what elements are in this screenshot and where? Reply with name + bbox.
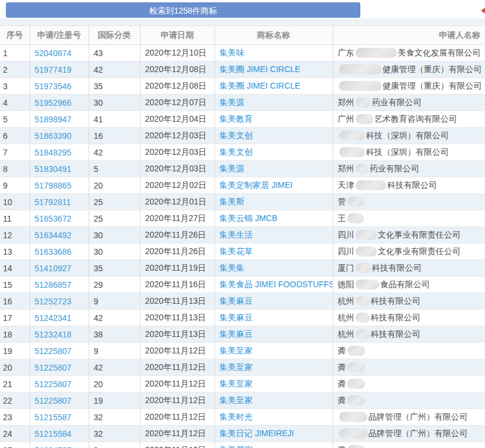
applicant-name-prefix: 四川 [338,246,354,256]
trademark-name-link[interactable]: 集美居家 [220,445,253,448]
registration-number-cell: 51410927 [30,260,89,277]
registration-number-link[interactable]: 51215584 [35,429,71,439]
trademark-name-cell: 集美至家 [214,343,333,359]
trademark-name-link[interactable]: 集美至家 [220,346,253,355]
row-number-cell: 20 [0,359,30,376]
trademark-name-link[interactable]: 集美集 [220,263,245,272]
trademark-name-link[interactable]: 集美斯 [220,197,245,206]
applicant-cell: 德阳食品有限公司 [333,277,485,293]
registration-number-link[interactable]: 51634492 [35,231,71,240]
table-row: 20 51225807 42 2020年11月12日 集美至家 龚 [0,359,485,376]
registration-number-cell: 51798865 [30,177,89,194]
registration-number-link[interactable]: 51252723 [35,297,71,306]
applicant-name-suffix: 科技有限公司 [371,313,421,322]
trademark-name-link[interactable]: 集美教育 [220,114,253,124]
applicant-name-suffix: 科技有限公司 [372,263,422,272]
registration-number-cell: 51232418 [30,326,89,343]
trademark-name-link[interactable]: 集美麻豆 [220,296,253,306]
registration-number-link[interactable]: 51242341 [35,313,71,323]
registration-number-link[interactable]: 52040874 [35,48,71,58]
table-row: 3 51973546 35 2020年12月08日 集美圈 JIMEI CIRC… [0,78,485,95]
result-count-button[interactable]: 检索到1258件商标 [6,2,360,18]
registration-number-link[interactable]: 51286857 [35,280,71,290]
applicant-name-prefix: 德阳 [338,280,354,289]
registration-number-cell: 51952966 [30,95,89,111]
registration-number-cell: 51225807 [30,392,89,409]
registration-number-link[interactable]: 51410927 [35,264,71,273]
class-cell: 20 [89,177,140,194]
applicant-name-prefix: 龚 [338,445,346,448]
date-cell: 2020年11月26日 [140,244,214,260]
registration-number-link[interactable]: 51848295 [35,148,71,157]
trademark-name-link[interactable]: 集美源 [220,164,245,173]
registration-number-link[interactable]: 51863390 [35,131,71,141]
registration-number-link[interactable]: 51798865 [35,181,71,190]
row-number-cell: 3 [0,78,30,95]
trademark-name-link[interactable]: 集美麻豆 [220,313,253,322]
registration-number-link[interactable]: 51952966 [35,98,71,108]
registration-number-cell: 52040874 [30,45,89,61]
trademark-name-cell: 集美生活 [214,227,333,244]
registration-number-link[interactable]: 51653672 [35,214,71,223]
trademark-name-cell: 集美教育 [214,111,333,128]
trademark-name-link[interactable]: 集美源 [220,98,245,107]
class-cell: 35 [89,260,140,277]
trademark-name-cell: 集美文创 [214,144,333,161]
registration-number-cell: 51225807 [30,359,89,376]
registration-number-link[interactable]: 51215587 [35,413,71,422]
trademark-name-link[interactable]: 集美麻豆 [220,329,253,339]
trademark-name-link[interactable]: 集美圈 JIMEI CIRCLE [220,81,301,90]
row-number-cell: 2 [0,61,30,78]
trademark-name-link[interactable]: 集美时光 [220,412,253,421]
registration-number-link[interactable]: 51232418 [35,330,71,339]
trademark-results-table: 序号申请/注册号国际分类申请日期商标名称申请人名称 1 52040874 43 … [0,25,485,448]
date-cell: 2020年11月26日 [140,227,214,244]
registration-number-link[interactable]: 51633686 [35,247,71,257]
trademark-name-link[interactable]: 集美至家 [220,379,253,388]
registration-number-link[interactable]: 51973546 [35,82,71,91]
date-cell: 2020年11月13日 [140,293,214,310]
registration-number-link[interactable]: 51225807 [35,379,71,389]
trademark-name-link[interactable]: 集美文创 [220,131,253,140]
applicant-name-prefix: 龚 [338,346,346,355]
row-number-cell: 18 [0,326,30,343]
table-row: 9 51798865 20 2020年12月02日 集美定制家居 JIMEI 天… [0,177,485,194]
registration-number-link[interactable]: 51898947 [35,115,71,124]
date-cell: 2020年11月12日 [140,409,214,426]
applicant-name-suffix: 科技有限公司 [388,180,437,190]
trademark-name-link[interactable]: 集美至家 [220,395,253,405]
table-row: 25 51204707 9 2020年11月12日 集美居家 龚 [0,442,485,448]
registration-number-link[interactable]: 51977419 [35,65,71,74]
registration-number-link[interactable]: 51830491 [35,164,71,174]
column-header-cls: 国际分类 [89,26,140,45]
registration-number-cell: 51653672 [30,210,89,227]
registration-number-link[interactable]: 51225807 [35,346,71,356]
trademark-name-link[interactable]: 集美味 [220,48,245,57]
registration-number-link[interactable]: 51792811 [35,197,71,207]
column-header-reg: 申请/注册号 [30,26,89,45]
registration-number-link[interactable]: 51225807 [35,363,71,372]
trademark-name-link[interactable]: 集美云锦 JMCB [220,213,278,223]
trademark-name-link[interactable]: 集美圈 JIMEI CIRCLE [220,64,301,74]
trademark-name-link[interactable]: 集美生活 [220,230,253,239]
trademark-name-link[interactable]: 集美花草 [220,246,253,256]
class-cell: 9 [89,293,140,310]
row-number-cell: 11 [0,210,30,227]
redaction-blur [356,263,371,273]
trademark-name-link[interactable]: 集美文创 [220,147,253,157]
date-cell: 2020年11月13日 [140,326,214,343]
trademark-name-link[interactable]: 集美定制家居 JIMEI [220,180,293,190]
table-row: 4 51952966 30 2020年12月07日 集美源 郑州药业有限公司 [0,95,485,111]
applicant-name-suffix: 品牌管理（广州）有限公司 [369,412,468,421]
registration-number-cell: 51225807 [30,343,89,359]
registration-number-link[interactable]: 51225807 [35,396,71,405]
applicant-cell: 杭州科技有限公司 [333,310,485,326]
date-cell: 2020年12月10日 [140,45,214,61]
date-cell: 2020年11月13日 [140,310,214,326]
class-cell: 43 [89,45,140,61]
trademark-name-link[interactable]: 集美日记 JIMEIREJI [220,428,294,438]
table-row: 16 51252723 9 2020年11月13日 集美麻豆 杭州科技有限公司 [0,293,485,310]
trademark-name-link[interactable]: 集美食品 JIMEI FOODSTUFFS [220,280,333,289]
trademark-name-link[interactable]: 集美至家 [220,362,253,372]
registration-number-link[interactable]: 51204707 [35,446,71,448]
